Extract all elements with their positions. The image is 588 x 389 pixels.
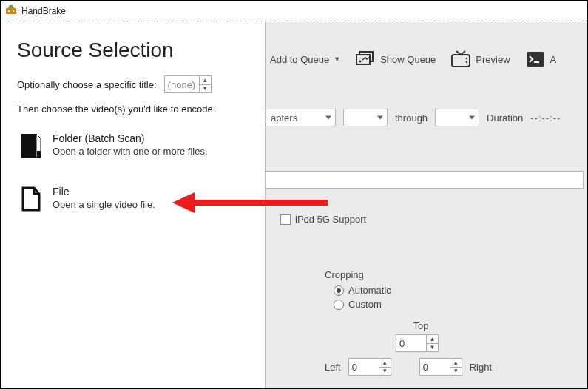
svg-rect-9 [527,52,544,67]
source-file-title: File [53,186,155,197]
crop-top-spinner[interactable]: 0 ▲▼ [396,334,439,352]
destination-path-input[interactable] [266,171,584,189]
panel-instruction: Then choose the video(s) you'd like to e… [17,104,249,115]
activity-label-truncated: A [550,54,557,65]
toolbar: Add to Queue ▼ Show Queue [266,42,581,76]
cropping-custom-label: Custom [348,299,382,310]
duration-value: --:--:-- [530,112,561,124]
tv-icon [450,51,471,67]
source-folder-item[interactable]: Folder (Batch Scan) Open a folder with o… [17,126,249,165]
chapter-end-dropdown[interactable] [435,109,479,126]
title-spinner[interactable]: (none) ▲▼ [164,75,212,93]
svg-point-2 [13,10,14,12]
add-to-queue-label: Add to Queue [270,54,329,65]
spinner-arrows[interactable]: ▲▼ [199,76,211,92]
ipod-label: iPod 5G Support [295,214,366,225]
panel-heading: Source Selection [17,38,249,62]
crop-left-label: Left [325,362,341,373]
crop-left-spinner[interactable]: 0 ▲▼ [348,358,391,376]
crop-right-value: 0 [420,359,450,375]
crop-right-label: Right [470,362,492,373]
range-mode-dropdown[interactable]: apters [266,109,336,126]
show-queue-label: Show Queue [380,54,436,65]
app-title: HandBrake [21,6,66,16]
cropping-label: Cropping [325,269,581,280]
cropping-section: Cropping Automatic Custom Top 0 ▲▼ [325,269,581,376]
optional-title-label: Optionally choose a specific title: [17,79,157,90]
ipod-row: iPod 5G Support [280,214,581,225]
chapters-row: apters through Duration --:--:-- [266,109,581,126]
source-file-sub: Open a single video file. [53,199,155,210]
preview-button[interactable]: Preview [446,50,514,69]
cropping-custom-option[interactable]: Custom [334,299,581,310]
svg-rect-12 [37,151,41,158]
radio-icon [334,300,344,310]
titlebar: HandBrake [1,1,587,21]
duration-label: Duration [487,112,523,124]
add-to-queue-button[interactable]: Add to Queue ▼ [266,53,345,67]
crop-top-label: Top [369,320,473,331]
through-label: through [395,112,428,124]
queue-icon [355,51,376,67]
preview-label: Preview [476,54,510,65]
svg-point-7 [466,58,468,60]
show-queue-button[interactable]: Show Queue [351,50,440,69]
source-selection-panel: Source Selection Optionally choose a spe… [1,22,266,388]
svg-rect-0 [6,8,16,14]
svg-rect-11 [21,134,36,158]
spinner-arrows[interactable]: ▲▼ [426,335,438,351]
cropping-automatic-option[interactable]: Automatic [334,285,581,296]
app-icon [5,4,17,18]
file-icon [20,186,42,212]
folder-icon [20,132,42,159]
radio-icon [334,285,344,296]
chapter-start-dropdown[interactable] [343,109,388,126]
cropping-automatic-label: Automatic [348,285,391,296]
spinner-arrows[interactable]: ▲▼ [379,359,391,375]
terminal-icon [525,51,546,67]
svg-point-5 [359,61,362,63]
crop-top-value: 0 [396,335,426,351]
source-folder-title: Folder (Batch Scan) [53,132,208,144]
ipod-checkbox[interactable] [280,214,291,225]
crop-right-spinner[interactable]: 0 ▲▼ [419,358,462,376]
spinner-arrows[interactable]: ▲▼ [450,359,462,375]
source-folder-sub: Open a folder with one or more files. [53,146,208,157]
svg-point-1 [8,10,10,12]
activity-button[interactable]: A [521,50,561,69]
chevron-down-icon: ▼ [334,55,340,63]
svg-point-8 [466,61,468,64]
crop-left-value: 0 [349,359,379,375]
title-spinner-value: (none) [165,76,199,92]
range-mode-value: apters [271,112,297,124]
source-file-item[interactable]: File Open a single video file. [17,180,249,218]
svg-rect-6 [452,55,470,67]
